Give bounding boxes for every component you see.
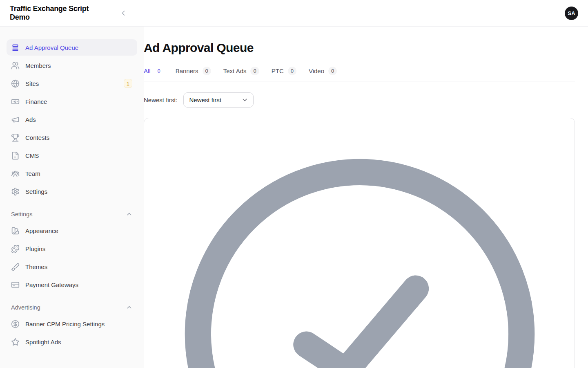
tab-text-ads[interactable]: Text Ads 0	[223, 67, 259, 81]
check-circle-icon	[150, 124, 570, 368]
sidebar-collapse-button[interactable]	[118, 7, 129, 19]
tab-all[interactable]: All 0	[144, 67, 163, 81]
empty-state-card	[144, 118, 575, 368]
tab-ptc[interactable]: PTC 0	[272, 67, 296, 81]
sidebar-item-label: Banner CPM Pricing Settings	[25, 321, 105, 328]
tab-count: 0	[288, 67, 296, 75]
sidebar-item-contests[interactable]: Contests	[7, 129, 137, 146]
brush-icon	[11, 263, 20, 271]
sidebar-section-settings[interactable]: Settings	[7, 211, 137, 218]
main-content: Ad Approval Queue All 0 Banners 0 Text A…	[144, 27, 588, 368]
team-icon	[11, 169, 20, 178]
sidebar-item-label: Payment Gateways	[25, 281, 78, 288]
globe-icon	[11, 79, 20, 88]
puzzle-icon	[11, 245, 20, 253]
sort-label: Newest first:	[144, 96, 178, 103]
tab-count: 0	[250, 67, 259, 75]
sidebar-item-payment-gateways[interactable]: Payment Gateways	[7, 276, 137, 293]
sort-select[interactable]: Newest first	[183, 92, 254, 108]
sidebar-item-label: Plugins	[25, 245, 45, 252]
app-title: Traffic Exchange Script Demo	[10, 4, 107, 21]
chevron-up-icon	[126, 211, 133, 218]
sidebar-item-label: Contests	[25, 134, 49, 141]
sidebar-section-advertising[interactable]: Advertising	[7, 304, 137, 311]
sidebar-item-finance[interactable]: Finance	[7, 93, 137, 110]
sidebar-item-label: Team	[25, 170, 40, 177]
chevron-up-icon	[126, 304, 133, 311]
sort-select-value: Newest first	[189, 96, 221, 103]
users-icon	[11, 61, 20, 70]
user-avatar[interactable]: SA	[565, 7, 578, 20]
dollar-circle-icon	[11, 320, 20, 328]
document-icon	[11, 151, 20, 160]
sidebar-item-appearance[interactable]: Appearance	[7, 222, 137, 239]
section-title: Advertising	[11, 304, 40, 311]
sidebar-item-label: Sites	[25, 80, 39, 87]
sidebar-item-cms[interactable]: CMS	[7, 147, 137, 164]
trophy-icon	[11, 133, 20, 142]
section-title: Settings	[11, 211, 32, 218]
sidebar-item-team[interactable]: Team	[7, 165, 137, 182]
chevron-left-icon	[119, 9, 127, 17]
sidebar-item-label: Spotlight Ads	[25, 339, 61, 346]
sidebar-item-label: Ads	[25, 116, 36, 123]
filter-tabs: All 0 Banners 0 Text Ads 0 PTC 0 Video 0	[144, 67, 575, 81]
tab-banners[interactable]: Banners 0	[176, 67, 211, 81]
sidebar-item-spotlight-ads[interactable]: Spotlight Ads	[7, 334, 137, 350]
page-title: Ad Approval Queue	[144, 41, 575, 55]
tab-count: 0	[328, 67, 337, 75]
sidebar-item-label: Ad Approval Queue	[25, 44, 78, 51]
tab-label: PTC	[272, 67, 284, 74]
gear-icon	[11, 187, 20, 196]
appearance-icon	[11, 227, 20, 235]
sidebar-item-themes[interactable]: Themes	[7, 258, 137, 275]
sidebar-item-sites[interactable]: Sites 1	[7, 75, 137, 92]
sidebar-item-ads[interactable]: Ads	[7, 111, 137, 128]
sidebar-item-label: Settings	[25, 188, 47, 195]
queue-icon	[11, 43, 20, 52]
tab-label: All	[144, 67, 151, 74]
sites-count-badge: 1	[124, 79, 132, 88]
sidebar-item-ad-approval-queue[interactable]: Ad Approval Queue	[7, 39, 137, 56]
sort-row: Newest first: Newest first	[144, 92, 575, 108]
top-bar: Traffic Exchange Script Demo SA	[0, 0, 588, 27]
tab-label: Video	[309, 67, 324, 74]
sidebar-item-settings[interactable]: Settings	[7, 183, 137, 200]
sidebar-item-label: Appearance	[25, 227, 58, 234]
sidebar-item-label: CMS	[25, 152, 39, 159]
sidebar-item-label: Themes	[25, 263, 47, 270]
credit-card-icon	[11, 280, 20, 289]
sidebar-item-label: Finance	[25, 98, 47, 105]
star-icon	[11, 338, 20, 346]
tab-label: Banners	[176, 67, 198, 74]
banknote-icon	[11, 97, 20, 106]
tab-count: 0	[155, 67, 163, 75]
sidebar-item-members[interactable]: Members	[7, 57, 137, 74]
sidebar-item-label: Members	[25, 62, 51, 69]
chevron-down-icon	[241, 96, 248, 103]
megaphone-icon	[11, 115, 20, 124]
sidebar-item-banner-cpm-pricing-settings[interactable]: Banner CPM Pricing Settings	[7, 316, 137, 332]
tab-label: Text Ads	[223, 67, 247, 74]
tab-count: 0	[203, 67, 211, 75]
tab-video[interactable]: Video 0	[309, 67, 337, 81]
sidebar-item-plugins[interactable]: Plugins	[7, 240, 137, 257]
sidebar: Ad Approval Queue Members Sites 1 Financ…	[0, 27, 144, 368]
